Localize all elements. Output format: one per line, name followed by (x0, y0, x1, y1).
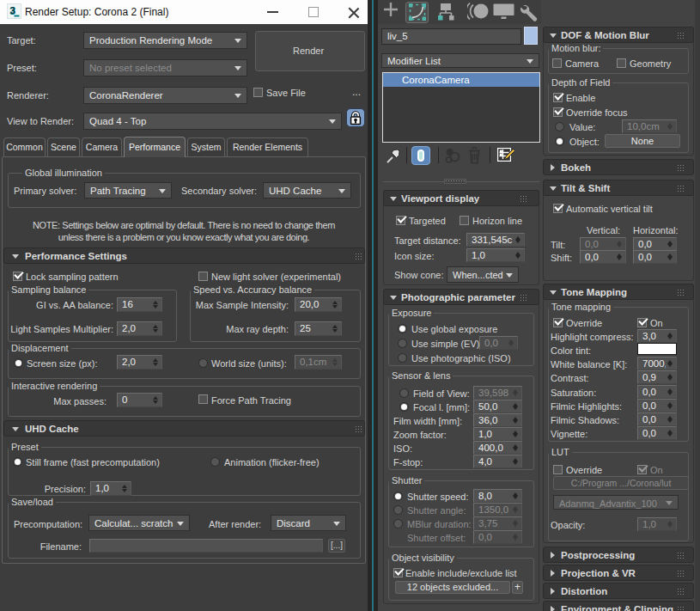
svg-text:3: 3 (10, 5, 15, 15)
